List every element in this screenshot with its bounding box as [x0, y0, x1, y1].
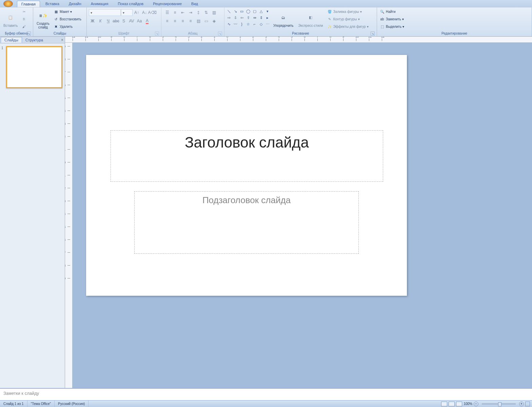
format-painter-button[interactable]: 🖌: [20, 23, 28, 30]
shape-updown-icon[interactable]: ⇕: [258, 15, 264, 21]
tab-insert[interactable]: Вставка: [41, 1, 63, 7]
shape-triangle-icon[interactable]: △: [258, 8, 264, 14]
slides-tab[interactable]: Слайды: [1, 37, 22, 43]
quick-styles-button[interactable]: ◧ Экспресс-стили: [296, 8, 325, 31]
align-text-button[interactable]: ▭: [202, 17, 210, 25]
paragraph-dialog-launcher[interactable]: ↘: [218, 32, 222, 36]
shape-roundrect-icon[interactable]: ▢: [252, 8, 258, 14]
char-spacing-button[interactable]: AV: [128, 17, 135, 25]
paste-button[interactable]: 📋 Вставить: [1, 8, 20, 31]
align-left-button[interactable]: ≡: [163, 17, 171, 25]
shape-down-arrow-icon[interactable]: ⇩: [232, 15, 238, 21]
delete-slide-button[interactable]: ✖Удалить: [52, 23, 82, 30]
shape-effects-button[interactable]: ✨Эффекты для фигур ▾: [326, 23, 370, 30]
shape-callout-icon[interactable]: ◇: [258, 21, 264, 27]
horizontal-ruler[interactable]: 1211109876543210123456789101112: [65, 37, 532, 43]
shadow-button[interactable]: S: [120, 17, 127, 25]
normal-view-button[interactable]: [441, 402, 447, 406]
shape-more-icon[interactable]: ▾: [264, 8, 271, 14]
distribute-button[interactable]: ▤: [195, 17, 202, 25]
shape-leftright-icon[interactable]: ⇔: [252, 15, 258, 21]
layout-icon: ▦: [53, 9, 59, 15]
strikethrough-button[interactable]: abc: [112, 17, 120, 25]
line-spacing-button[interactable]: ‡: [195, 9, 202, 16]
shrink-font-button[interactable]: A↓: [141, 9, 148, 16]
arrange-button[interactable]: 🗂 Упорядочить: [271, 8, 296, 31]
notes-pane[interactable]: Заметки к слайду: [0, 388, 532, 400]
vertical-ruler[interactable]: 9876543210123456789: [65, 43, 73, 388]
shape-curve-icon[interactable]: ∿: [226, 21, 232, 27]
drawing-dialog-launcher[interactable]: ↘: [371, 32, 375, 36]
group-clipboard: 📋 Вставить ✂ ⎘ 🖌 Буфер обмена↘: [0, 7, 33, 36]
select-button[interactable]: ⬚Выделить ▾: [378, 23, 405, 30]
shape-fill-button[interactable]: 🪣Заливка фигуры ▾: [326, 8, 370, 15]
bullets-button[interactable]: ☰: [163, 9, 171, 16]
convert-smartart-button[interactable]: ◈: [210, 17, 218, 25]
fill-icon: 🪣: [327, 9, 332, 15]
clipboard-dialog-launcher[interactable]: ↘: [27, 32, 31, 36]
font-name-combo[interactable]: ▾: [89, 9, 121, 16]
tab-animation[interactable]: Анимация: [87, 1, 113, 7]
find-button[interactable]: 🔍Найти: [378, 8, 405, 15]
subtitle-placeholder[interactable]: Подзаголовок слайда: [134, 191, 359, 254]
zoom-slider[interactable]: [482, 403, 516, 405]
sorter-view-button[interactable]: [449, 402, 455, 406]
scissors-icon: ✂: [21, 9, 27, 15]
status-language[interactable]: Русский (Россия): [55, 401, 88, 407]
shape-rect-icon[interactable]: ▭: [239, 8, 245, 14]
shape-brace-icon[interactable]: }: [239, 21, 245, 27]
font-color-button[interactable]: A: [143, 17, 151, 25]
copy-button[interactable]: ⎘: [20, 16, 28, 23]
workspace: Слайды Структура × 1 1211109876543210123…: [0, 37, 532, 388]
bold-button[interactable]: Ж: [89, 17, 96, 25]
shape-scroll-icon[interactable]: ▸: [264, 15, 271, 21]
shape-left-arrow-icon[interactable]: ⇦: [239, 15, 245, 21]
replace-button[interactable]: abЗаменить ▾: [378, 16, 405, 23]
shape-connector-icon[interactable]: ⌐: [252, 21, 258, 27]
font-dialog-launcher[interactable]: ↘: [155, 32, 159, 36]
italic-button[interactable]: К: [97, 17, 104, 25]
zoom-out-button[interactable]: −: [474, 402, 478, 406]
tab-review[interactable]: Рецензирование: [149, 1, 186, 7]
zoom-in-button[interactable]: +: [519, 402, 524, 406]
shape-freeform-icon[interactable]: 〰: [232, 21, 238, 27]
align-center-button[interactable]: ≡: [171, 17, 179, 25]
cut-button[interactable]: ✂: [20, 8, 28, 15]
shape-star-icon[interactable]: ☆: [245, 21, 251, 27]
layout-button[interactable]: ▦Макет ▾: [52, 8, 82, 15]
shape-oval-icon[interactable]: ◯: [245, 8, 251, 14]
text-direction-button[interactable]: ⇅: [202, 9, 210, 16]
change-case-button[interactable]: Aa: [136, 17, 143, 25]
underline-button[interactable]: Ч: [104, 17, 112, 25]
shape-more2-icon[interactable]: ⋯: [264, 21, 271, 27]
tab-design[interactable]: Дизайн: [65, 1, 85, 7]
new-slide-button[interactable]: 🗎✨ Создать слайд: [35, 8, 52, 31]
clear-formatting-button[interactable]: A⌫: [149, 9, 156, 16]
shapes-gallery[interactable]: ＼ ↘ ▭ ◯ ▢ △ ▾ ⇨ ⇩ ⇦ ⇧ ⇔ ⇕ ▸ ∿ 〰 } ☆ ⌐ ◇: [226, 8, 271, 27]
shape-line-icon[interactable]: ＼: [226, 8, 232, 14]
tab-home[interactable]: Главная: [17, 1, 40, 7]
font-size-combo[interactable]: ▾: [121, 9, 133, 16]
shape-outline-button[interactable]: ✎Контур фигуры ▾: [326, 16, 370, 23]
shape-up-arrow-icon[interactable]: ⇧: [245, 15, 251, 21]
justify-button[interactable]: ≡: [187, 17, 194, 25]
office-button[interactable]: [3, 0, 13, 7]
increase-indent-button[interactable]: ⇥: [187, 9, 194, 16]
slide-thumbnail[interactable]: 1: [1, 46, 63, 88]
columns-button[interactable]: ▥: [210, 9, 218, 16]
shape-right-arrow-icon[interactable]: ⇨: [226, 15, 232, 21]
tab-slideshow[interactable]: Показ слайдов: [114, 1, 147, 7]
title-placeholder[interactable]: Заголовок слайда: [111, 130, 383, 182]
slideshow-view-button[interactable]: [456, 402, 462, 406]
outline-tab[interactable]: Структура: [22, 37, 46, 43]
slide-canvas[interactable]: Заголовок слайда Подзаголовок слайда: [86, 55, 407, 296]
reset-button[interactable]: ↺Восстановить: [52, 16, 82, 23]
fit-window-button[interactable]: [525, 402, 530, 406]
close-panel-button[interactable]: ×: [61, 38, 63, 42]
grow-font-button[interactable]: A↑: [133, 9, 140, 16]
shape-arrow-icon[interactable]: ↘: [232, 8, 238, 14]
numbering-button[interactable]: ≡: [171, 9, 179, 16]
tab-view[interactable]: Вид: [187, 1, 202, 7]
align-right-button[interactable]: ≡: [179, 17, 186, 25]
decrease-indent-button[interactable]: ⇤: [179, 9, 186, 16]
